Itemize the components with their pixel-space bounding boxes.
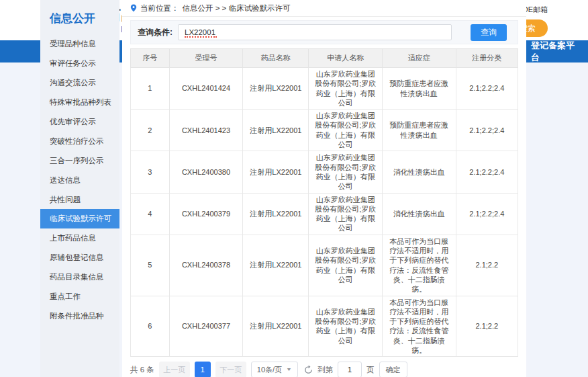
sidebar-item-3[interactable]: 特殊审批品种列表 (40, 93, 119, 112)
column-header-3: 申请人名称 (309, 49, 383, 68)
sidebar-item-12[interactable]: 药品目录集信息 (40, 267, 119, 287)
sidebar-item-13[interactable]: 重点工作 (40, 287, 119, 306)
column-header-4: 适应症 (383, 49, 456, 68)
cell-r3-c1: CXHL2400379 (169, 193, 243, 235)
sidebar-item-5[interactable]: 突破性治疗公示 (40, 132, 119, 151)
sidebar: 信息公开 受理品种信息审评任务公示沟通交流公示特殊审批品种列表优先审评公示突破性… (40, 0, 119, 377)
next-page-button[interactable]: 下一页 (215, 362, 246, 377)
cell-r4-c2: 注射用LX22001 (243, 235, 309, 296)
goto-prefix: 到第 (317, 365, 333, 375)
column-header-5: 注册分类 (456, 49, 518, 68)
cell-r2-c0: 3 (131, 151, 170, 193)
cell-r5-c0: 6 (131, 296, 170, 357)
cell-r4-c4: 本品可作为当口服疗法不适用时，用于下列病症的替代疗法：反流性食管炎、十二指肠溃疡… (383, 235, 456, 296)
table-row-2: 3CXHL2400380注射用LX22001山东罗欣药业集团股份有限公司;罗欣药… (131, 151, 518, 193)
table-row-4: 5CXHL2400378注射用LX22001山东罗欣药业集团股份有限公司;罗欣药… (131, 235, 518, 296)
pagination-total: 共 6 条 (130, 365, 154, 375)
cell-r5-c4: 本品可作为当口服疗法不适用时，用于下列病症的替代疗法：反流性食管炎、十二指肠溃疡… (383, 296, 456, 357)
sidebar-item-14[interactable]: 附条件批准品种 (40, 306, 119, 326)
cell-r5-c5: 2.1;2.2 (456, 296, 518, 357)
sidebar-item-8[interactable]: 共性问题 (40, 190, 119, 210)
cell-r5-c2: 注射用LX22001 (243, 296, 309, 357)
sidebar-item-9[interactable]: 临床试验默示许可 (40, 209, 119, 228)
sidebar-item-7[interactable]: 送达信息 (40, 171, 119, 190)
cell-r3-c4: 消化性溃疡出血 (383, 193, 456, 235)
table-row-0: 1CXHL2401424注射用LX22001山东罗欣药业集团股份有限公司;罗欣药… (131, 68, 518, 110)
cell-r1-c0: 2 (131, 110, 170, 151)
cell-r3-c3: 山东罗欣药业集团股份有限公司;罗欣药业（上海）有限公司 (309, 193, 383, 235)
page-number-1[interactable]: 1 (195, 362, 211, 377)
cell-r1-c3: 山东罗欣药业集团股份有限公司;罗欣药业（上海）有限公司 (309, 110, 383, 151)
query-input[interactable] (178, 24, 452, 40)
goto-suffix: 页 (366, 365, 375, 375)
cell-r4-c5: 2.1;2.2 (456, 235, 518, 296)
goto-page-input[interactable] (338, 362, 362, 377)
cell-r1-c2: 注射用LX22001 (243, 110, 309, 151)
cell-r3-c0: 4 (131, 193, 170, 235)
cell-r1-c4: 预防重症患者应激性溃疡出血 (383, 110, 456, 151)
pagination: 共 6 条 上一页 1 下一页 10条/页 ▼ 到第 页 确定 (130, 362, 518, 377)
cell-r0-c2: 注射用LX22001 (243, 68, 309, 110)
cell-r2-c4: 消化性溃疡出血 (383, 151, 456, 193)
cell-r3-c5: 2.1;2.2;2.4 (456, 193, 518, 235)
refresh-icon[interactable] (304, 366, 313, 374)
breadcrumb-prefix: 当前位置： (140, 3, 179, 13)
goto-confirm-button[interactable]: 确定 (379, 362, 407, 377)
sidebar-item-6[interactable]: 三合一序列公示 (40, 151, 119, 171)
cell-r2-c3: 山东罗欣药业集团股份有限公司;罗欣药业（上海）有限公司 (309, 151, 383, 193)
cell-r2-c1: CXHL2400380 (169, 151, 243, 193)
cell-r2-c2: 注射用LX22001 (243, 151, 309, 193)
results-table: 序号受理号药品名称申请人名称适应症注册分类 1CXHL2401424注射用LX2… (130, 48, 518, 357)
page: 国家药品监督管理局药品审评中心 CENTER FOR DRUG EVALUATI… (0, 0, 588, 377)
cell-r0-c0: 1 (131, 68, 170, 110)
column-header-2: 药品名称 (243, 49, 309, 68)
cell-r1-c1: CXHL2401423 (169, 110, 243, 151)
cell-r4-c0: 5 (131, 235, 170, 296)
chevron-down-icon: ▼ (286, 367, 292, 372)
sidebar-title: 信息公开 (40, 8, 119, 34)
breadcrumb: 当前位置：信息公开 > > 临床试验默示许可 (122, 0, 526, 17)
column-header-0: 序号 (131, 49, 170, 68)
page-size-select[interactable]: 10条/页 ▼ (251, 362, 298, 377)
cell-r2-c5: 2.1;2.2;2.4 (456, 151, 518, 193)
sidebar-item-11[interactable]: 原辅包登记信息 (40, 248, 119, 267)
cell-r0-c4: 预防重症患者应激性溃疡出血 (383, 68, 456, 110)
cell-r0-c5: 2.1;2.2;2.4 (456, 68, 518, 110)
table-row-3: 4CXHL2400379注射用LX22001山东罗欣药业集团股份有限公司;罗欣药… (131, 193, 518, 235)
cell-r0-c1: CXHL2401424 (169, 68, 243, 110)
sidebar-item-2[interactable]: 沟通交流公示 (40, 73, 119, 93)
cell-r4-c1: CXHL2400378 (169, 235, 243, 296)
query-button[interactable]: 查询 (471, 24, 507, 41)
sidebar-item-1[interactable]: 审评任务公示 (40, 54, 119, 73)
breadcrumb-pin-icon (130, 4, 137, 12)
cell-r5-c3: 山东罗欣药业集团股份有限公司;罗欣药业（上海）有限公司 (309, 296, 383, 357)
page-size-label: 10条/页 (257, 365, 282, 375)
cell-r1-c5: 2.1;2.2;2.4 (456, 110, 518, 151)
query-label: 查询条件: (138, 27, 173, 38)
cell-r3-c2: 注射用LX22001 (243, 193, 309, 235)
sidebar-item-10[interactable]: 上市药品信息 (40, 228, 119, 248)
prev-page-button[interactable]: 上一页 (159, 362, 190, 377)
nav-item-9[interactable]: 登记备案平台 (520, 40, 588, 62)
column-header-1: 受理号 (169, 49, 243, 68)
cell-r0-c3: 山东罗欣药业集团股份有限公司;罗欣药业（上海）有限公司 (309, 68, 383, 110)
table-row-5: 6CXHL2400377注射用LX22001山东罗欣药业集团股份有限公司;罗欣药… (131, 296, 518, 357)
breadcrumb-path: 信息公开 > > 临床试验默示许可 (183, 3, 291, 13)
sidebar-item-0[interactable]: 受理品种信息 (40, 34, 119, 54)
table-row-1: 2CXHL2401423注射用LX22001山东罗欣药业集团股份有限公司;罗欣药… (131, 110, 518, 151)
query-panel: 查询条件: 查询 (130, 20, 518, 44)
sidebar-item-4[interactable]: 优先审评公示 (40, 112, 119, 132)
content-panel: 当前位置：信息公开 > > 临床试验默示许可 查询条件: 查询 序号受理号药品名… (122, 0, 526, 377)
cell-r5-c1: CXHL2400377 (169, 296, 243, 357)
cell-r4-c3: 山东罗欣药业集团股份有限公司;罗欣药业（上海）有限公司 (309, 235, 383, 296)
